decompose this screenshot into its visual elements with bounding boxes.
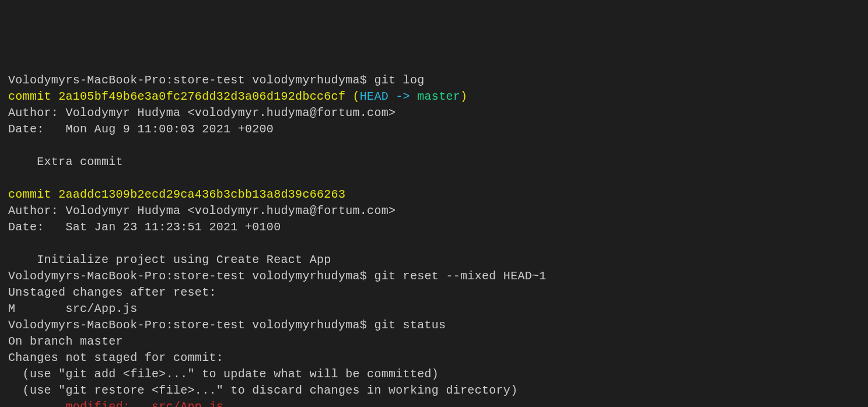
commit-author-1: Author: Volodymyr Hudyma <volodymyr.hudy…	[8, 106, 396, 120]
command-git-status: git status	[374, 318, 446, 332]
prompt: Volodymyrs-MacBook-Pro:store-test volody…	[8, 73, 374, 87]
command-git-reset: git reset --mixed HEAD~1	[374, 269, 546, 283]
commit-message-2: Initialize project using Create React Ap…	[8, 253, 331, 266]
terminal-output[interactable]: Volodymyrs-MacBook-Pro:store-test volody…	[8, 72, 860, 407]
branch-master: master	[417, 90, 460, 103]
head-ref: HEAD ->	[360, 90, 417, 103]
commit-date-2: Date: Sat Jan 23 11:23:51 2021 +0100	[8, 220, 281, 234]
reset-output-2: M src/App.js	[8, 302, 137, 315]
commit-message-1: Extra commit	[8, 155, 123, 169]
commit-label: commit	[8, 90, 58, 103]
commit-date-1: Date: Mon Aug 9 11:00:03 2021 +0200	[8, 122, 274, 136]
status-not-staged: Changes not staged for commit:	[8, 351, 223, 364]
prompt: Volodymyrs-MacBook-Pro:store-test volody…	[8, 269, 374, 283]
commit-hash-2: 2aaddc1309b2ecd29ca436b3cbb13a8d39c66263	[58, 188, 345, 201]
prompt: Volodymyrs-MacBook-Pro:store-test volody…	[8, 318, 374, 332]
command-git-log: git log	[374, 73, 424, 87]
status-hint-add: (use "git add <file>..." to update what …	[8, 367, 439, 381]
commit-label-2: commit	[8, 188, 58, 201]
reset-output-1: Unstaged changes after reset:	[8, 286, 216, 299]
commit-author-2: Author: Volodymyr Hudyma <volodymyr.hudy…	[8, 204, 396, 217]
paren-open: (	[345, 90, 360, 103]
commit-hash-1: 2a105bf49b6e3a0fc276dd32d3a06d192dbcc6cf	[58, 90, 345, 103]
status-hint-restore: (use "git restore <file>..." to discard …	[8, 384, 517, 397]
status-branch: On branch master	[8, 335, 123, 348]
paren-close: )	[460, 90, 467, 103]
status-modified-file: modified: src/App.js	[8, 400, 223, 407]
